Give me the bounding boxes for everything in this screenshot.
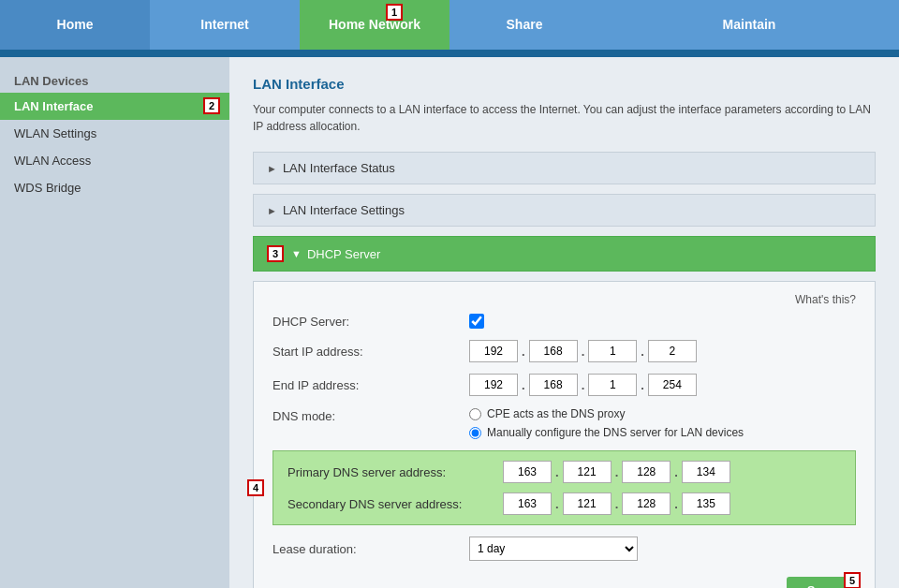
section-lan-status[interactable]: ► LAN Interface Status — [253, 152, 876, 184]
nav-home-network-badge: 1 — [386, 4, 403, 21]
top-navigation: Home Internet Home Network 1 Share Maint… — [0, 0, 899, 50]
primary-dns-row: Primary DNS server address: . . . — [287, 461, 841, 483]
dns-mode-label: DNS mode: — [273, 407, 469, 423]
primary-dns-label: Primary DNS server address: — [287, 465, 503, 479]
primary-dns-octet3[interactable] — [622, 461, 671, 483]
content-area: LAN Interface Your computer connects to … — [229, 57, 899, 588]
nav-internet-label: Internet — [200, 17, 248, 32]
nav-share[interactable]: Share — [450, 0, 599, 50]
whats-this-link[interactable]: What's this? — [795, 293, 856, 306]
end-ip-label: End IP address: — [273, 378, 469, 392]
sidebar-item-lan-interface[interactable]: LAN Interface 2 — [0, 93, 229, 120]
dhcp-server-label: DHCP Server: — [273, 315, 469, 329]
primary-dns-control: . . . — [503, 461, 730, 483]
nav-maintain-label: Maintain — [723, 17, 776, 32]
arrow-icon-lan-settings: ► — [267, 205, 277, 216]
lease-duration-select[interactable]: 1 day 2 days 7 days Never — [469, 537, 638, 561]
end-ip-row: End IP address: . . . — [273, 374, 856, 396]
dhcp-section-badge: 3 — [267, 245, 284, 262]
green-section-wrapper: 4 Primary DNS server address: . . . — [273, 450, 856, 525]
nav-maintain[interactable]: Maintain — [599, 0, 899, 50]
dns-mode-row: DNS mode: CPE acts as the DNS proxy Manu… — [273, 407, 856, 439]
start-ip-octet4[interactable] — [648, 340, 697, 362]
dns-section-badge: 4 — [247, 479, 264, 496]
lease-duration-row: Lease duration: 1 day 2 days 7 days Neve… — [273, 537, 856, 561]
dhcp-content: What's this? DHCP Server: Start IP addre… — [253, 281, 876, 588]
sidebar-lan-interface-badge: 2 — [203, 97, 220, 114]
dhcp-server-checkbox[interactable] — [469, 314, 484, 329]
nav-home[interactable]: Home — [0, 0, 150, 50]
dns-manual-radio[interactable] — [469, 427, 481, 439]
primary-dns-octet1[interactable] — [503, 461, 552, 483]
dns-option-proxy: CPE acts as the DNS proxy — [469, 407, 744, 420]
start-ip-sep2: . — [582, 345, 585, 359]
section-lan-settings-label: LAN Interface Settings — [283, 203, 405, 217]
start-ip-octet3[interactable] — [588, 340, 637, 362]
dns-manual-label: Manually configure the DNS server for LA… — [487, 426, 744, 439]
secondary-dns-control: . . . — [503, 492, 730, 515]
start-ip-sep1: . — [522, 345, 525, 359]
pdns-sep2: . — [615, 465, 619, 479]
section-lan-settings[interactable]: ► LAN Interface Settings — [253, 194, 876, 227]
save-area: Save 5 — [273, 572, 856, 588]
end-ip-octet4[interactable] — [648, 374, 697, 396]
primary-dns-octet4[interactable] — [682, 461, 730, 483]
secondary-dns-octet1[interactable] — [503, 492, 552, 515]
dns-mode-options: CPE acts as the DNS proxy Manually confi… — [469, 407, 744, 439]
sidebar-section-title: LAN Devices — [0, 66, 229, 93]
end-ip-octet1[interactable] — [469, 374, 518, 396]
blue-divider — [0, 50, 899, 57]
nav-home-network[interactable]: Home Network 1 — [300, 0, 450, 50]
sdns-sep1: . — [555, 497, 559, 511]
dns-proxy-label: CPE acts as the DNS proxy — [487, 407, 625, 420]
start-ip-control: . . . — [469, 340, 697, 362]
dhcp-server-row: DHCP Server: — [273, 314, 856, 329]
sidebar: LAN Devices LAN Interface 2 WLAN Setting… — [0, 57, 229, 588]
lease-duration-label: Lease duration: — [273, 542, 469, 556]
end-ip-sep3: . — [641, 378, 644, 392]
end-ip-octet2[interactable] — [529, 374, 578, 396]
dns-proxy-radio[interactable] — [469, 408, 481, 420]
secondary-dns-octet4[interactable] — [682, 492, 730, 515]
secondary-dns-row: Secondary DNS server address: . . . — [287, 492, 841, 515]
section-dhcp-server[interactable]: 3 ▼ DHCP Server — [253, 236, 876, 272]
main-layout: LAN Devices LAN Interface 2 WLAN Setting… — [0, 57, 899, 588]
end-ip-sep2: . — [582, 378, 585, 392]
section-lan-status-label: LAN Interface Status — [283, 161, 395, 175]
nav-home-network-label: Home Network — [329, 17, 420, 32]
nav-home-label: Home — [57, 17, 94, 32]
save-button-badge: 5 — [844, 572, 861, 588]
lease-duration-control: 1 day 2 days 7 days Never — [469, 537, 638, 561]
pdns-sep1: . — [555, 465, 559, 479]
sidebar-item-wds-bridge[interactable]: WDS Bridge — [0, 174, 229, 201]
sidebar-item-wlan-access[interactable]: WLAN Access — [0, 147, 229, 174]
dhcp-server-control — [469, 314, 484, 329]
page-description: Your computer connects to a LAN interfac… — [253, 101, 876, 135]
start-ip-sep3: . — [641, 345, 644, 359]
start-ip-octet2[interactable] — [529, 340, 578, 362]
secondary-dns-octet2[interactable] — [563, 492, 612, 515]
page-title: LAN Interface — [253, 76, 876, 92]
end-ip-control: . . . — [469, 374, 697, 396]
dns-option-manual: Manually configure the DNS server for LA… — [469, 426, 744, 439]
sdns-sep2: . — [615, 497, 619, 511]
start-ip-row: Start IP address: . . . — [273, 340, 856, 362]
pdns-sep3: . — [674, 465, 678, 479]
dns-address-section: 4 Primary DNS server address: . . . — [273, 450, 856, 525]
nav-internet[interactable]: Internet — [150, 0, 300, 50]
primary-dns-octet2[interactable] — [563, 461, 612, 483]
end-ip-octet3[interactable] — [588, 374, 637, 396]
start-ip-label: Start IP address: — [273, 345, 469, 359]
nav-share-label: Share — [507, 17, 543, 32]
arrow-icon-lan-status: ► — [267, 163, 277, 174]
whats-this: What's this? — [273, 293, 856, 306]
sidebar-item-wlan-settings[interactable]: WLAN Settings — [0, 120, 229, 147]
end-ip-sep1: . — [522, 378, 525, 392]
start-ip-octet1[interactable] — [469, 340, 518, 362]
secondary-dns-octet3[interactable] — [622, 492, 671, 515]
secondary-dns-label: Secondary DNS server address: — [287, 497, 503, 511]
arrow-icon-dhcp: ▼ — [291, 248, 302, 259]
section-dhcp-label: DHCP Server — [307, 247, 381, 261]
sdns-sep3: . — [674, 497, 678, 511]
